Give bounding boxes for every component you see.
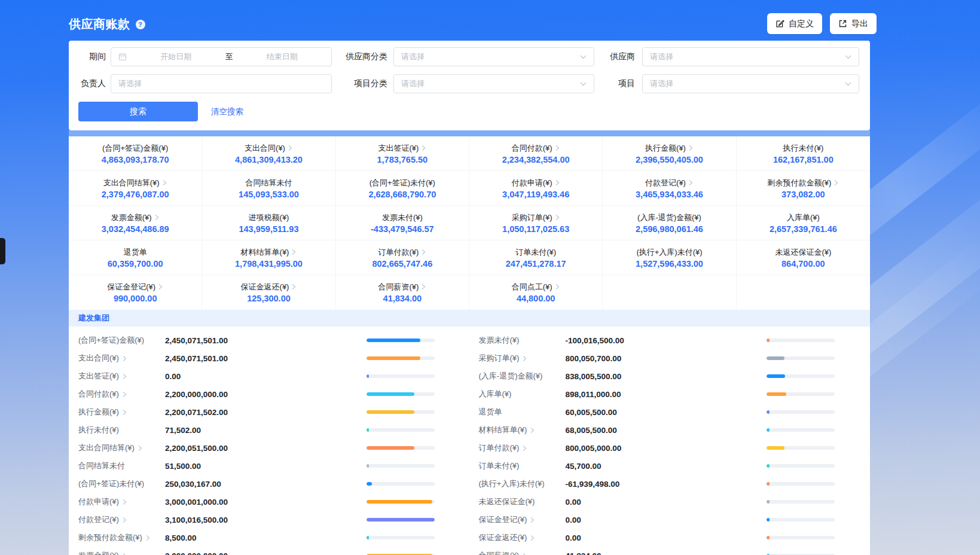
chevron-right-icon: [522, 355, 527, 362]
summary-cell[interactable]: 订单付款(¥)802,665,747.46: [336, 240, 469, 275]
summary-cell[interactable]: 发票金额(¥)3,032,454,486.89: [69, 206, 202, 240]
progress-bar: [767, 356, 835, 360]
progress-bar: [367, 356, 435, 360]
detail-row: (执行+入库)未付(¥)-61,939,498.00: [479, 475, 835, 493]
summary-cell[interactable]: 合同点工(¥)44,800.00: [469, 275, 603, 310]
chevron-right-icon: [555, 179, 560, 186]
detail-metric-label[interactable]: 付款登记(¥): [78, 514, 165, 525]
progress-bar: [367, 536, 435, 539]
detail-metric-label: (入库-退货)金额(¥): [479, 371, 566, 382]
clear-search-link[interactable]: 清空搜索: [211, 106, 243, 117]
customize-button[interactable]: 自定义: [767, 13, 822, 34]
detail-metric-value: 3,100,016,500.00: [165, 516, 228, 524]
detail-row: 未返还保证金(¥)0.00: [479, 493, 835, 511]
project-select[interactable]: 请选择: [642, 74, 859, 93]
page-title: 供应商账款 ?: [69, 16, 145, 32]
summary-cell[interactable]: 剩余预付款金额(¥)373,082.00: [737, 171, 870, 206]
supplier-category-select[interactable]: 请选择: [393, 47, 594, 66]
summary-metric-value: 4,861,309,413.20: [202, 155, 335, 164]
detail-metric-label[interactable]: 保证金返还(¥): [479, 532, 566, 543]
chevron-right-icon: [291, 283, 297, 290]
supplier-select[interactable]: 请选择: [642, 47, 859, 66]
detail-metric-label[interactable]: 支出合同(¥): [78, 353, 165, 364]
summary-metric-value: 3,047,119,493.46: [469, 190, 602, 199]
detail-metric-value: 838,005,500.00: [566, 372, 622, 381]
detail-row: 执行未付(¥)71,502.00: [78, 421, 435, 439]
divider-band: [69, 130, 870, 136]
detail-left-column: (合同+签证)金额(¥)2,450,071,501.00支出合同(¥)2,450…: [78, 331, 435, 555]
project-category-select[interactable]: 请选择: [393, 74, 594, 93]
detail-metric-label[interactable]: 支出合同结算(¥): [78, 443, 165, 453]
help-icon[interactable]: ?: [136, 20, 145, 29]
summary-cell-empty: [737, 275, 870, 310]
summary-cell[interactable]: 保证金登记(¥)990,000.00: [69, 275, 202, 310]
detail-metric-label: 退货单: [479, 407, 566, 417]
detail-metric-label[interactable]: 保证金登记(¥): [479, 514, 566, 525]
detail-metric-label[interactable]: 合同付款(¥): [78, 389, 165, 400]
summary-cell[interactable]: 支出合同结算(¥)2,379,476,087.00: [69, 171, 202, 206]
progress-bar: [767, 464, 835, 468]
summary-metric-label: 合同付款(¥): [469, 143, 602, 153]
detail-metric-label[interactable]: 合同薪资(¥): [479, 550, 566, 555]
summary-metric-value: 1,783,765.50: [336, 155, 469, 164]
search-button[interactable]: 搜索: [78, 102, 198, 121]
progress-bar: [767, 536, 835, 539]
summary-cell[interactable]: 采购订单(¥)1,050,117,025.63: [469, 206, 603, 240]
chevron-right-icon: [522, 553, 527, 555]
detail-metric-value: 68,005,500.00: [566, 426, 617, 435]
chevron-right-icon: [162, 179, 167, 186]
group-header: 建发集团: [69, 310, 870, 327]
detail-metric-label: 发票未付(¥): [479, 335, 566, 346]
progress-bar: [767, 446, 835, 450]
chevron-right-icon: [288, 145, 293, 151]
summary-metric-label: (执行+入库)未付(¥): [603, 247, 735, 257]
summary-cell[interactable]: 付款登记(¥)3,465,934,033.46: [603, 171, 736, 206]
chevron-right-icon: [122, 409, 127, 416]
date-range-input[interactable]: 开始日期 至 结束日期: [111, 47, 332, 66]
chevron-right-icon: [688, 145, 694, 151]
detail-metric-label[interactable]: 执行金额(¥): [78, 407, 165, 417]
summary-cell[interactable]: 合同付款(¥)2,234,382,554.00: [469, 136, 603, 171]
chevron-right-icon: [122, 373, 127, 380]
summary-metric-label: (合同+签证)未付(¥): [336, 178, 469, 188]
detail-metric-label[interactable]: 支出签证(¥): [78, 371, 165, 382]
chevron-down-icon: [845, 55, 851, 59]
detail-metric-label[interactable]: 采购订单(¥): [479, 353, 566, 364]
summary-metric-label: 执行未付(¥): [737, 143, 870, 153]
group-name-link[interactable]: 建发集团: [78, 313, 109, 324]
detail-row: 发票金额(¥)3,000,000,000.00: [78, 547, 435, 555]
summary-cell[interactable]: 支出合同(¥)4,861,309,413.20: [202, 136, 335, 171]
chevron-right-icon: [688, 179, 694, 186]
chevron-down-icon: [845, 82, 851, 86]
chevron-right-icon: [145, 535, 151, 541]
summary-metric-label: (入库-退货)金额(¥): [603, 212, 735, 222]
summary-cell: 入库单(¥)2,657,339,761.46: [737, 206, 870, 240]
owner-select[interactable]: 请选择: [111, 74, 332, 93]
summary-cell[interactable]: 合同薪资(¥)41,834.00: [336, 275, 469, 310]
export-button[interactable]: 导出: [830, 13, 877, 34]
detail-metric-value: 0.00: [566, 533, 581, 542]
summary-cell[interactable]: 执行金额(¥)2,396,550,405.00: [603, 136, 736, 171]
detail-metric-label: 未返还保证金(¥): [479, 496, 566, 507]
detail-metric-label[interactable]: 订单付款(¥): [479, 443, 566, 453]
summary-metric-value: 3,032,454,486.89: [69, 224, 202, 234]
summary-metric-label: 执行金额(¥): [603, 143, 735, 153]
summary-cell[interactable]: 付款申请(¥)3,047,119,493.46: [469, 171, 603, 206]
detail-metric-label[interactable]: 剩余预付款金额(¥): [78, 532, 165, 543]
chevron-right-icon: [834, 179, 839, 186]
summary-cell[interactable]: 材料结算单(¥)1,798,431,995.00: [202, 240, 335, 275]
progress-bar: [767, 339, 835, 342]
detail-metric-label: (合同+签证)金额(¥): [78, 335, 165, 346]
detail-metric-label[interactable]: 发票金额(¥): [78, 550, 165, 555]
detail-row: 支出合同结算(¥)2,200,051,500.00: [78, 439, 435, 457]
side-drawer-handle[interactable]: [0, 238, 5, 264]
chevron-down-icon: [580, 55, 587, 59]
detail-metric-label[interactable]: 材料结算单(¥): [479, 425, 566, 435]
group-detail: (合同+签证)金额(¥)2,450,071,501.00支出合同(¥)2,450…: [69, 327, 870, 555]
detail-right-column: 发票未付(¥)-100,016,500.00采购订单(¥)800,050,700…: [479, 331, 835, 555]
summary-cell[interactable]: 保证金返还(¥)125,300.00: [202, 275, 335, 310]
summary-cell[interactable]: 支出签证(¥)1,783,765.50: [336, 136, 469, 171]
summary-cell: 发票未付(¥)-433,479,546.57: [336, 206, 469, 240]
detail-metric-value: 60,005,500.00: [566, 408, 617, 417]
detail-metric-label[interactable]: 付款申请(¥): [78, 496, 165, 507]
